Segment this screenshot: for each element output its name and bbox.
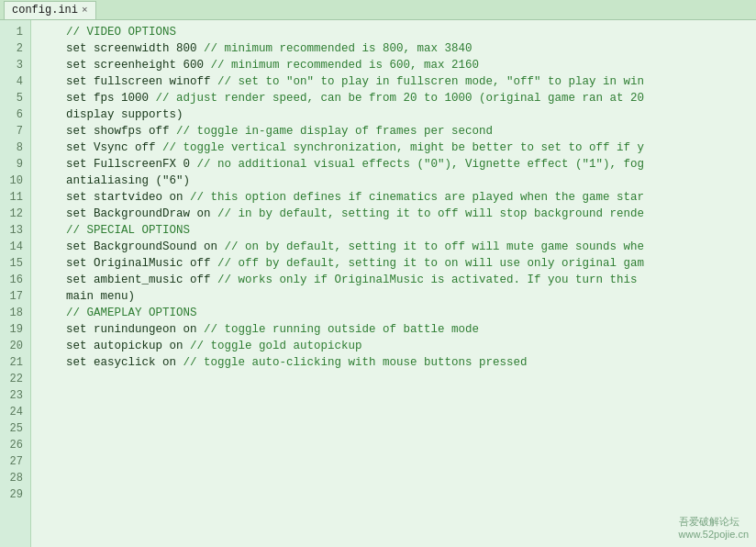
code-text: set BackgroundSound on [39,240,225,253]
line-number: 15 [4,255,23,272]
code-line: set screenheight 600 // minimum recommen… [39,57,749,73]
line-number: 27 [4,453,23,470]
code-line: set BackgroundSound on // on by default,… [39,239,749,255]
code-text: display supports) [39,108,183,121]
line-number: 13 [4,222,23,239]
code-line: set screenwidth 800 // minimum recommend… [39,40,749,57]
code-text: main menu) [39,290,135,303]
code-line: set showfps off // toggle in-game displa… [39,123,749,140]
line-number: 18 [4,305,23,321]
code-text: set screenheight 600 [39,59,211,72]
comment-text: // toggle in-game display of frames per … [176,125,493,138]
comment-text: // toggle running outside of battle mode [204,323,479,336]
line-number: 14 [4,239,23,255]
line-number: 4 [4,73,23,90]
code-line: set autopickup on // toggle gold autopic… [39,338,749,354]
comment-text: // set to "on" to play in fullscren mode… [217,75,644,88]
line-number: 16 [4,272,23,288]
editor-area: 1234567891011121314151617181920212223242… [0,20,756,547]
line-number: 1 [4,24,23,40]
code-line: // VIDEO OPTIONS [39,24,749,40]
code-text: set Vsync off [39,141,162,154]
comment-text: // toggle gold autopickup [190,340,362,352]
comment-text: // on by default, setting it to off will… [225,240,645,253]
line-number: 6 [4,106,23,123]
comment-text: // off by default, setting it to on will… [217,257,644,270]
comment-text: // toggle vertical synchronization, migh… [162,141,644,154]
comment-text: // works only if OriginalMusic is activa… [217,274,638,286]
code-text: set fps 1000 [39,92,156,105]
code-line: set fullscreen winoff // set to "on" to … [39,73,749,90]
code-text: set BackgroundDraw on [39,207,217,220]
line-number: 2 [4,40,23,57]
line-number: 21 [4,354,23,371]
code-line: set FullscreenFX 0 // no additional visu… [39,156,749,173]
line-number: 9 [4,156,23,173]
comment-text: // VIDEO OPTIONS [66,26,176,39]
comment-text: // minimum recommended is 800, max 3840 [204,42,472,55]
line-number: 8 [4,140,23,156]
comment-text: // no additional visual effects ("0"), V… [197,158,645,171]
code-line: set Vsync off // toggle vertical synchro… [39,140,749,156]
line-number: 17 [4,288,23,305]
line-number: 12 [4,206,23,222]
comment-text: // SPECIAL OPTIONS [66,224,190,237]
line-number: 19 [4,321,23,338]
line-number: 11 [4,189,23,206]
code-text [39,26,66,39]
comment-text: // toggle auto-clicking with mouse butto… [183,356,528,369]
tab-bar: config.ini × [0,0,756,20]
code-text: set showfps off [39,125,176,138]
comment-text: // adjust render speed, can be from 20 t… [156,92,645,105]
code-text: set screenwidth 800 [39,42,204,55]
line-number: 5 [4,90,23,106]
code-line: set fps 1000 // adjust render speed, can… [39,90,749,106]
line-numbers: 1234567891011121314151617181920212223242… [0,20,31,547]
code-text: set runindungeon on [39,323,204,336]
line-number: 25 [4,420,23,437]
line-number: 10 [4,173,23,189]
line-number: 29 [4,486,23,503]
code-line: // GAMEPLAY OPTIONS [39,305,749,321]
code-text: set FullscreenFX 0 [39,158,197,171]
comment-text: // GAMEPLAY OPTIONS [66,307,197,319]
comment-text: // minimum recommended is 600, max 2160 [211,59,480,72]
comment-text: // in by default, setting it to off will… [217,207,644,220]
line-number: 7 [4,123,23,140]
code-content[interactable]: // VIDEO OPTIONS set screenwidth 800 // … [31,20,756,547]
code-line: set BackgroundDraw on // in by default, … [39,206,749,222]
code-line: // SPECIAL OPTIONS [39,222,749,239]
file-tab[interactable]: config.ini × [4,1,96,19]
code-text: set OriginalMusic off [39,257,217,270]
code-line: set startvideo on // this option defines… [39,189,749,206]
code-line: display supports) [39,106,749,123]
comment-text: // this option defines if cinematics are… [190,191,644,204]
tab-close-button[interactable]: × [82,5,88,16]
code-text [39,307,66,319]
line-number: 24 [4,404,23,420]
code-text: antialiasing ("6") [39,174,190,187]
code-text: set easyclick on [39,356,183,369]
code-line: set runindungeon on // toggle running ou… [39,321,749,338]
line-number: 3 [4,57,23,73]
code-line: antialiasing ("6") [39,173,749,189]
code-line: set easyclick on // toggle auto-clicking… [39,354,749,371]
code-text: set startvideo on [39,191,190,204]
code-line: set ambient_music off // works only if O… [39,272,749,288]
code-text: set fullscreen winoff [39,75,217,88]
line-number: 20 [4,338,23,354]
line-number: 28 [4,470,23,486]
code-line: set OriginalMusic off // off by default,… [39,255,749,272]
code-text: set autopickup on [39,340,190,352]
line-number: 26 [4,437,23,453]
code-text: set ambient_music off [39,274,217,286]
code-line: main menu) [39,288,749,305]
code-text [39,224,66,237]
tab-label: config.ini [12,4,78,17]
line-number: 23 [4,387,23,404]
line-number: 22 [4,371,23,387]
